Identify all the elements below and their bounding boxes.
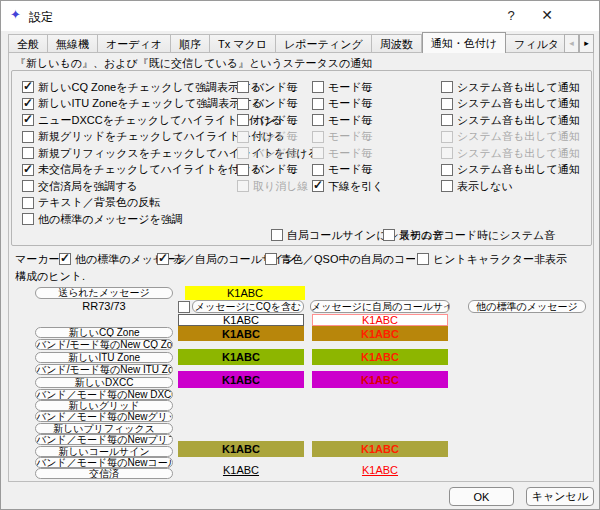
title-bar: ✦ 設定 ? ✕ [1, 1, 599, 31]
notify-sub-option[interactable]: システム音も出して通知 [441, 112, 580, 128]
checkbox[interactable] [22, 98, 34, 110]
checkbox[interactable] [312, 164, 324, 176]
checkbox[interactable] [22, 147, 34, 159]
notify-sub-option[interactable]: バンド毎 [237, 79, 298, 95]
row-color-button[interactable]: 新しいITU Zone [35, 352, 173, 363]
option-label: 最初のデコード時にシステム音 [399, 228, 555, 243]
checkbox[interactable] [22, 81, 34, 93]
notify-main-option[interactable]: 新しいCQ Zoneをチェックして強調表示する [22, 79, 261, 95]
row-color-button[interactable]: 新しいコールサイン [35, 446, 173, 457]
notify-sub-option[interactable]: バンド毎 [237, 112, 298, 128]
row-color-button[interactable]: バンド／モード毎のNewコールサイン [35, 457, 173, 468]
column-color-button[interactable]: 他の標準のメッセージ [468, 300, 586, 313]
checkbox[interactable] [312, 98, 324, 110]
checkbox[interactable] [441, 81, 453, 93]
notify-main-option[interactable]: 新しいITU Zoneをチェックして強調表示する [22, 96, 263, 112]
notify-sub-option[interactable]: モード毎 [312, 112, 373, 128]
notify-main-option[interactable]: 交信済局を強調する [22, 178, 138, 194]
option-label: システム音も出して通知 [457, 146, 580, 161]
marker-option[interactable]: ヒントキャラクター非表示 [417, 251, 567, 267]
row-color-button[interactable]: 交信済 [35, 468, 173, 479]
notify-group-title: 『新しいもの』、および『既に交信している』というステータスの通知 [15, 56, 372, 71]
notify-sub-option[interactable]: システム音も出して通知 [441, 162, 580, 178]
option-label: システム音も出して通知 [457, 162, 580, 177]
checkbox[interactable] [441, 164, 453, 176]
checkbox[interactable] [265, 253, 277, 265]
checkbox[interactable] [417, 253, 429, 265]
row-color-button[interactable]: 新しいDXCC [35, 377, 173, 388]
row-color-button[interactable]: バンド／モード毎のNew DXCC [35, 389, 173, 400]
tab-content-pane: 『新しいもの』、および『既に交信している』というステータスの通知 新しいCQ Z… [8, 52, 594, 482]
checkbox[interactable] [22, 131, 34, 143]
checkbox[interactable] [237, 114, 249, 126]
checkbox [312, 147, 324, 159]
checkbox[interactable] [271, 229, 283, 241]
checkbox[interactable] [22, 114, 34, 126]
column-color-button[interactable]: メッセージに自局のコールサイン [310, 300, 450, 313]
option-label: システム音も出して通知 [457, 129, 580, 144]
row-color-button[interactable]: 新しいプリフィックス [35, 423, 173, 434]
row-color-button[interactable]: バンド/モード毎のNew ITU Zone [35, 364, 173, 375]
option-label: モード毎 [328, 96, 373, 111]
row-color-button[interactable]: バンド/モード毎のNew CQ Zone [35, 339, 173, 350]
tab-3[interactable]: オーディオ [98, 34, 171, 53]
checkbox[interactable] [157, 253, 169, 265]
tab-scroll-left-icon[interactable]: ◂ [564, 34, 579, 53]
row-color-button[interactable]: 新しいグリッド [35, 400, 173, 411]
marker-label: マーカー [15, 251, 60, 267]
checkbox[interactable] [312, 180, 324, 192]
notify-sub-option[interactable]: モード毎 [312, 96, 373, 112]
checkbox[interactable] [383, 229, 395, 241]
checkbox[interactable] [22, 164, 34, 176]
tab-6[interactable]: レポーティング [276, 34, 372, 53]
row-color-button[interactable]: バンド／モード毎のNewグリッド [35, 411, 173, 422]
notify-main-option[interactable]: 未交信局をチェックしてハイライトを付ける [22, 162, 262, 178]
checkbox[interactable] [237, 81, 249, 93]
tab-8[interactable]: 通知・色付け [422, 32, 506, 53]
checkbox[interactable] [312, 81, 324, 93]
tab-1[interactable]: 全般 [8, 34, 48, 53]
option-label: モード毎 [328, 129, 373, 144]
tab-scroll-right-icon[interactable]: ▸ [579, 34, 594, 53]
notify-sub-option[interactable]: バンド毎 [237, 96, 298, 112]
notify-sub-option[interactable]: 下線を引く [312, 178, 384, 194]
checkbox[interactable] [441, 114, 453, 126]
checkbox[interactable] [237, 164, 249, 176]
checkbox[interactable] [312, 114, 324, 126]
row-color-button[interactable]: バンド／モード毎のNewプリフィックス [35, 434, 173, 445]
option-label: バンド毎 [253, 80, 298, 95]
column-color-button[interactable]: メッセージにCQを含む [192, 300, 304, 313]
help-button[interactable]: ? [495, 3, 527, 27]
tx-message-color-button[interactable]: 送られたメッセージ [35, 287, 173, 299]
notify-main-option[interactable]: テキスト／背景色の反転 [22, 195, 160, 211]
checkbox[interactable] [441, 98, 453, 110]
tab-5[interactable]: Tx マクロ [210, 34, 276, 53]
notify-sub-option[interactable]: モード毎 [312, 79, 373, 95]
tab-7[interactable]: 周波数 [372, 34, 422, 53]
cancel-button[interactable]: キャンセル [526, 487, 594, 506]
sample-cell-new-cq-zone: K1ABC [178, 326, 304, 341]
checkbox[interactable] [237, 98, 249, 110]
checkbox[interactable] [22, 213, 34, 225]
close-icon[interactable]: ✕ [531, 3, 563, 27]
checkbox[interactable] [441, 180, 453, 192]
row-color-button[interactable]: 新しいCQ Zone [35, 327, 173, 338]
notify-sub-option[interactable]: モード毎 [312, 162, 373, 178]
tab-4[interactable]: 順序 [171, 34, 210, 53]
tab-2[interactable]: 無線機 [48, 34, 98, 53]
checkbox[interactable] [178, 301, 190, 313]
checkbox[interactable] [22, 197, 34, 209]
notify-main-option[interactable]: 他の標準のメッセージを強調 [22, 211, 183, 227]
checkbox[interactable] [59, 253, 71, 265]
notify-sub-option[interactable]: バンド毎 [237, 162, 298, 178]
notify-sub-option[interactable]: 表示しない [441, 178, 513, 194]
notify-sub-option[interactable]: システム音も出して通知 [441, 96, 580, 112]
ok-button[interactable]: OK [449, 487, 514, 506]
checkbox[interactable] [22, 180, 34, 192]
notify-row: 新しいCQ Zoneをチェックして強調表示するバンド毎モード毎システム音も出して… [12, 79, 591, 95]
marker-option[interactable]: 青色／QSO中の自局のコールサイ [265, 251, 415, 267]
notify-sub-option[interactable]: システム音も出して通知 [441, 79, 580, 95]
tab-9[interactable]: フィルタ [506, 34, 564, 53]
system-sound-option[interactable]: 最初のデコード時にシステム音 [383, 227, 555, 243]
option-label: テキスト／背景色の反転 [38, 195, 160, 210]
